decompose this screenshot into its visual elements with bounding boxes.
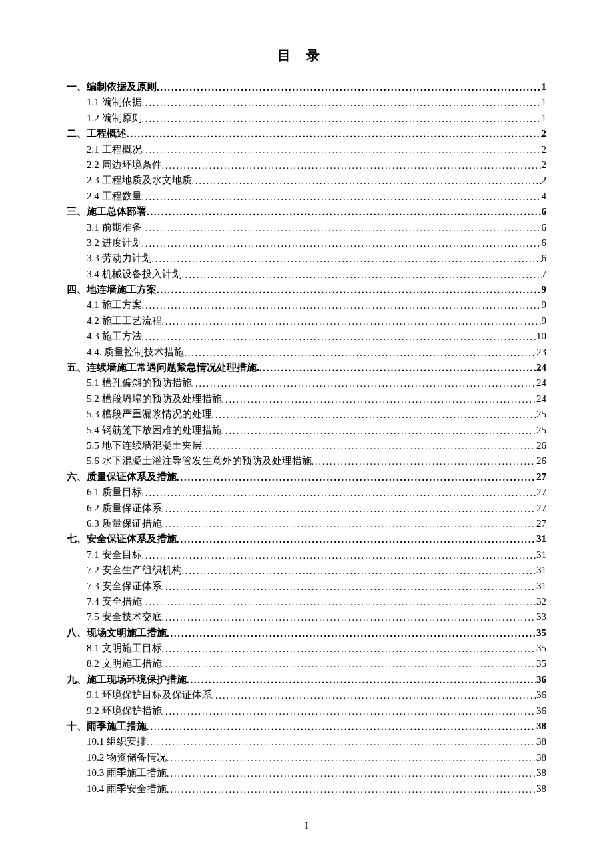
toc-entry-label: 7.2 安全生产组织机构: [87, 563, 182, 578]
toc-entry-leader: [212, 689, 537, 703]
toc-entry[interactable]: 4.1 施工方案 9: [87, 297, 546, 313]
toc-entry-leader: [142, 221, 542, 236]
toc-entry-page: 26: [536, 453, 546, 469]
toc-entry[interactable]: 5.2 槽段坍塌的预防及处理措施 24: [87, 391, 546, 407]
toc-entry-leader: [312, 455, 537, 469]
toc-entry-label: 4.1 施工方案: [87, 297, 142, 313]
toc-entry[interactable]: 1.1 编制依据 1: [87, 95, 546, 110]
toc-entry-label: 8.2 文明施工措施: [87, 656, 162, 671]
toc-entry[interactable]: 四、地连墙施工方案 9: [67, 282, 546, 297]
toc-entry-leader: [259, 361, 536, 376]
toc-entry-page: 36: [536, 672, 546, 687]
toc-entry-leader: [147, 735, 536, 750]
toc-entry[interactable]: 七、安全保证体系及措施 31: [67, 531, 546, 547]
toc-entry[interactable]: 2.1 工程概况 2: [87, 142, 546, 157]
toc-entry-leader: [167, 767, 536, 781]
toc-entry[interactable]: 八、现场文明施工措施 35: [67, 625, 546, 641]
toc-entry[interactable]: 2.3 工程地质及水文地质 2: [87, 173, 546, 188]
toc-entry[interactable]: 9.1 环境保护目标及保证体系 36: [87, 687, 546, 703]
toc-entry[interactable]: 7.4 安全措施 32: [87, 594, 546, 609]
toc-entry[interactable]: 10.3 雨季施工措施 38: [87, 765, 546, 781]
toc-entry[interactable]: 十、雨季施工措施 38: [67, 719, 546, 734]
toc-entry-page: 23: [536, 345, 546, 360]
toc-entry-page: 38: [536, 781, 546, 797]
toc-entry-page: 2: [542, 173, 547, 188]
toc-entry-leader: [142, 96, 542, 111]
toc-entry-label: 5.4 钢筋笼下放困难的处理措施: [87, 423, 222, 438]
toc-entry[interactable]: 3.2 进度计划 6: [87, 235, 546, 251]
toc-entry-leader: [142, 143, 542, 158]
toc-entry-page: 1: [542, 95, 547, 110]
toc-entry-leader: [162, 502, 537, 517]
toc-entry[interactable]: 9.2 环境保护措施 36: [87, 703, 546, 719]
toc-entry-label: 9.1 环境保护目标及保证体系: [87, 687, 212, 703]
toc-entry-leader: [182, 564, 537, 579]
toc-entry[interactable]: 3.3 劳动力计划 6: [87, 251, 546, 266]
toc-entry[interactable]: 5.3 槽段严重漏浆情况的处理 25: [87, 407, 546, 422]
toc-entry[interactable]: 7.1 安全目标 31: [87, 547, 546, 563]
toc-entry[interactable]: 8.2 文明施工措施 35: [87, 656, 546, 671]
toc-entry-leader: [157, 283, 542, 298]
toc-entry-leader: [142, 237, 542, 251]
toc-entry[interactable]: 三、施工总体部署 6: [67, 204, 546, 219]
toc-entry[interactable]: 6.2 质量保证体系 27: [87, 501, 546, 516]
toc-entry[interactable]: 4.3 施工方法 10: [87, 329, 546, 344]
toc-entry[interactable]: 二、工程概述 2: [67, 126, 546, 141]
toc-entry[interactable]: 8.1 文明施工目标 35: [87, 641, 546, 656]
toc-entry[interactable]: 3.4 机械设备投入计划 7: [87, 267, 546, 282]
toc-entry[interactable]: 一、编制依据及原则 1: [67, 79, 546, 95]
toc-entry[interactable]: 九、施工现场环境保护措施 36: [67, 672, 546, 687]
toc-entry-label: 二、工程概述: [67, 126, 127, 141]
toc-entry[interactable]: 5.1 槽孔偏斜的预防措施 24: [87, 375, 546, 391]
toc-entry[interactable]: 5.4 钢筋笼下放困难的处理措施 25: [87, 423, 546, 438]
toc-entry-label: 6.2 质量保证体系: [87, 501, 162, 516]
toc-entry-page: 35: [536, 625, 546, 641]
table-of-contents: 一、编制依据及原则 11.1 编制依据 11.2 编制原则 1二、工程概述 22…: [67, 79, 546, 797]
toc-entry[interactable]: 10.1 组织安排 38: [87, 734, 546, 749]
toc-entry[interactable]: 7.3 安全保证体系 31: [87, 579, 546, 594]
toc-entry-label: 3.4 机械设备投入计划: [87, 267, 182, 282]
toc-entry[interactable]: 1.2 编制原则 1: [87, 111, 546, 126]
toc-entry-label: 2.2 周边环境条件: [87, 157, 162, 173]
toc-entry-leader: [142, 330, 537, 345]
toc-entry-leader: [187, 673, 536, 688]
toc-entry[interactable]: 10.2 物资储备情况 38: [87, 750, 546, 765]
toc-entry[interactable]: 6.3 质量保证措施 27: [87, 516, 546, 531]
page-number: I: [0, 821, 613, 831]
toc-entry-leader: [202, 439, 537, 454]
toc-entry-page: 31: [536, 531, 546, 547]
toc-entry-page: 2: [542, 157, 547, 173]
toc-entry[interactable]: 3.1 前期准备 6: [87, 220, 546, 235]
toc-entry-page: 31: [536, 579, 546, 594]
toc-entry-leader: [147, 205, 542, 220]
toc-entry-label: 10.3 雨季施工措施: [87, 765, 167, 781]
toc-entry-page: 32: [536, 594, 546, 609]
toc-entry-page: 2: [542, 126, 547, 141]
toc-entry-page: 24: [536, 360, 546, 375]
toc-entry[interactable]: 六、质量保证体系及措施 27: [67, 469, 546, 485]
toc-entry[interactable]: 10.4 雨季安全措施 38: [87, 781, 546, 797]
page-title: 目录: [67, 47, 546, 65]
toc-entry[interactable]: 2.2 周边环境条件 2: [87, 157, 546, 173]
toc-entry[interactable]: 5.6 水下混凝土灌注导管发生意外的预防及处理措施 26: [87, 453, 546, 469]
toc-entry[interactable]: 五、连续墙施工常遇问题紧急情况处理措施. 24: [67, 360, 546, 375]
toc-entry[interactable]: 2.4 工程数量 4: [87, 189, 546, 204]
toc-entry-page: 38: [536, 765, 546, 781]
toc-entry-label: 六、质量保证体系及措施: [67, 469, 177, 485]
toc-entry-label: 3.3 劳动力计划: [87, 251, 152, 266]
toc-entry[interactable]: 5.5 地下连续墙混凝土夹层 26: [87, 438, 546, 453]
toc-entry-label: 5.3 槽段严重漏浆情况的处理: [87, 407, 212, 422]
toc-entry[interactable]: 7.5 安全技术交底 33: [87, 609, 546, 625]
toc-entry-leader: [167, 627, 536, 641]
toc-entry[interactable]: 4.4. 质量控制技术措施 23: [87, 345, 546, 360]
toc-entry-page: 1: [542, 79, 547, 95]
toc-entry[interactable]: 6.1 质量目标 27: [87, 485, 546, 500]
toc-entry[interactable]: 7.2 安全生产组织机构 31: [87, 563, 546, 578]
toc-entry-page: 4: [542, 189, 547, 204]
toc-entry[interactable]: 4.2 施工工艺流程 9: [87, 313, 546, 329]
toc-entry-leader: [177, 471, 536, 485]
toc-entry-label: 2.1 工程概况: [87, 142, 142, 157]
toc-entry-page: 36: [536, 703, 546, 719]
toc-entry-label: 6.1 质量目标: [87, 485, 142, 500]
toc-entry-page: 24: [536, 391, 546, 407]
